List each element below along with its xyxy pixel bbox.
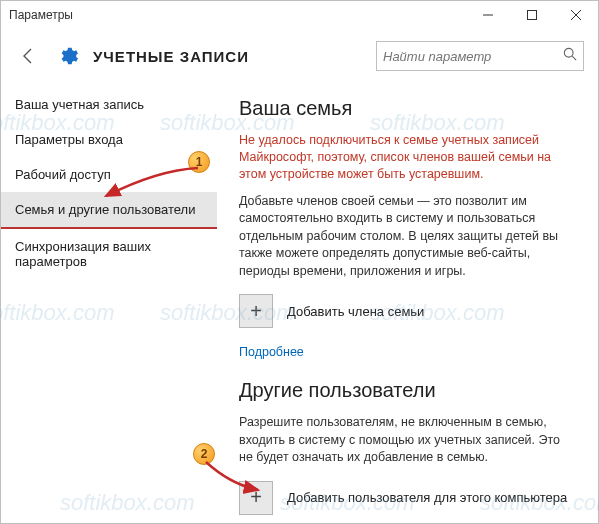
sidebar-item-family-other[interactable]: Семья и другие пользователи (1, 192, 217, 229)
app-title: УЧЕТНЫЕ ЗАПИСИ (93, 48, 249, 65)
family-error-message: Не удалось подключиться к семье учетных … (239, 132, 576, 183)
plus-icon: + (239, 294, 273, 328)
content-panel: Ваша семья Не удалось подключиться к сем… (217, 83, 598, 523)
header-bar: УЧЕТНЫЕ ЗАПИСИ (1, 29, 598, 83)
minimize-button[interactable] (466, 1, 510, 29)
maximize-button[interactable] (510, 1, 554, 29)
sidebar-item-work-access[interactable]: Рабочий доступ (1, 157, 217, 192)
settings-window: Параметры УЧЕТНЫЕ ЗАПИСИ Ваша учетная за… (0, 0, 599, 524)
window-controls (466, 1, 598, 29)
search-input[interactable] (383, 49, 563, 64)
other-description: Разрешите пользователям, не включенным в… (239, 414, 576, 467)
sidebar-item-your-account[interactable]: Ваша учетная запись (1, 87, 217, 122)
svg-point-4 (564, 48, 573, 57)
plus-icon: + (239, 481, 273, 515)
gear-icon (57, 45, 79, 67)
section-heading-other: Другие пользователи (239, 379, 576, 402)
add-other-label: Добавить пользователя для этого компьюте… (287, 490, 567, 505)
learn-more-link[interactable]: Подробнее (239, 345, 304, 359)
body: Ваша учетная запись Параметры входа Рабо… (1, 83, 598, 523)
close-button[interactable] (554, 1, 598, 29)
search-box[interactable] (376, 41, 584, 71)
svg-rect-1 (528, 11, 537, 20)
sidebar-item-signin-options[interactable]: Параметры входа (1, 122, 217, 157)
svg-line-5 (572, 56, 576, 60)
sidebar-item-sync[interactable]: Синхронизация ваших параметров (1, 229, 217, 279)
add-other-user-button[interactable]: + Добавить пользователя для этого компью… (239, 481, 576, 515)
add-family-label: Добавить члена семьи (287, 304, 424, 319)
search-icon (563, 47, 577, 65)
sidebar: Ваша учетная запись Параметры входа Рабо… (1, 83, 217, 523)
add-family-member-button[interactable]: + Добавить члена семьи (239, 294, 576, 328)
section-heading-family: Ваша семья (239, 97, 576, 120)
back-button[interactable] (15, 42, 43, 70)
titlebar: Параметры (1, 1, 598, 29)
window-title: Параметры (9, 8, 466, 22)
family-description: Добавьте членов своей семьи — это позвол… (239, 193, 576, 281)
